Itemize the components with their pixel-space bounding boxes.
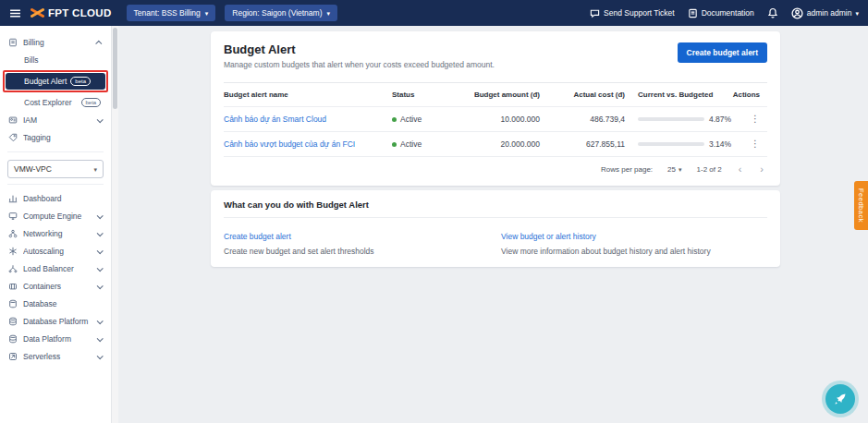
sidebar-item-containers[interactable]: Containers: [0, 278, 111, 295]
chevron-down-icon: ▾: [679, 166, 682, 173]
sidebar-divider: [7, 184, 104, 185]
support-ticket-icon: [590, 8, 600, 18]
beta-badge: beta: [81, 98, 102, 107]
chevron-down-icon: [97, 353, 104, 359]
autoscaling-icon: [7, 247, 18, 256]
status-label: Active: [400, 139, 422, 149]
feedback-tab[interactable]: Feedback: [854, 181, 868, 230]
chevron-down-icon: ▾: [93, 166, 97, 173]
scrollbar-thumb[interactable]: [113, 28, 117, 109]
region-label: Region: Saigon (Vietnam): [232, 8, 322, 18]
beta-badge: beta: [70, 77, 91, 86]
table-header-row: Budget alert name Status Budget amount (…: [224, 82, 767, 107]
rocket-icon: [833, 392, 848, 406]
hamburger-menu-icon[interactable]: [9, 7, 21, 19]
sidebar-item-label: Compute Engine: [23, 212, 92, 221]
create-budget-alert-button[interactable]: Create budget alert: [678, 42, 767, 63]
sidebar-item-cost-explorer[interactable]: Cost Explorer beta: [0, 94, 111, 111]
sidebar-item-data-platform[interactable]: Data Platform: [0, 331, 111, 347]
load-balancer-icon: [7, 264, 18, 273]
notifications-bell-icon[interactable]: [767, 7, 778, 18]
budget-alert-card: Budget Alert Manage custom budgets that …: [211, 31, 780, 186]
rows-per-page-value: 25: [667, 165, 676, 174]
documentation-label: Documentation: [702, 8, 754, 18]
user-menu[interactable]: admin admin ▾: [791, 7, 859, 19]
help-card: What can you do with Budget Alert Create…: [211, 190, 780, 267]
vpc-select[interactable]: VMW-VPC ▾: [7, 160, 104, 178]
help-title: What can you do with Budget Alert: [224, 199, 767, 218]
sidebar-item-compute-engine[interactable]: Compute Engine: [0, 208, 111, 224]
budget-alert-link[interactable]: Cảnh báo dự án Smart Cloud: [224, 115, 326, 124]
sidebar-item-dashboard[interactable]: Dashboard: [0, 190, 111, 207]
sidebar-item-bills[interactable]: Bills: [0, 52, 111, 68]
sidebar-item-autoscaling[interactable]: Autoscaling: [0, 243, 111, 260]
main-content: Budget Alert Manage custom budgets that …: [118, 26, 868, 423]
tenant-selector[interactable]: Tenant: BSS Billing ▾: [127, 5, 216, 21]
sidebar-item-billing[interactable]: Billing: [0, 34, 111, 51]
user-avatar-icon: [791, 7, 803, 19]
sidebar-item-label: Tagging: [23, 133, 104, 142]
help-description: View more information about budget histo…: [501, 247, 767, 256]
chevron-down-icon: ▾: [205, 10, 209, 17]
column-header-actual: Actual cost (đ): [540, 83, 625, 106]
chevron-down-icon: ▾: [327, 10, 331, 17]
iam-icon: [7, 115, 18, 125]
chevron-up-icon: [95, 40, 102, 46]
chevron-down-icon: [97, 335, 104, 342]
send-support-ticket-button[interactable]: Send Support Ticket: [590, 8, 675, 18]
row-actions-kebab-icon[interactable]: ⋮: [751, 139, 760, 149]
actual-cost: 486.739,4: [540, 107, 625, 131]
topbar: FPT CLOUD Tenant: BSS Billing ▾ Region: …: [0, 0, 868, 26]
view-budget-history-link[interactable]: View budget or alert history: [501, 232, 596, 241]
column-header-name: Budget alert name: [224, 83, 392, 106]
database-platform-icon: [7, 317, 18, 326]
previous-page-button[interactable]: ‹: [737, 164, 744, 175]
chevron-down-icon: [97, 230, 104, 236]
documentation-icon: [688, 8, 698, 18]
chevron-down-icon: [97, 265, 104, 272]
status-active-dot: [392, 117, 397, 122]
page-title: Budget Alert: [224, 42, 495, 56]
budget-alert-table: Budget alert name Status Budget amount (…: [224, 82, 767, 157]
status-label: Active: [400, 115, 422, 124]
next-page-button[interactable]: ›: [758, 164, 765, 175]
budget-amount: 20.000.000: [457, 132, 540, 156]
column-header-status: Status: [392, 83, 457, 106]
sidebar-item-database-platform[interactable]: Database Platform: [0, 313, 111, 330]
dashboard-icon: [7, 194, 18, 203]
region-selector[interactable]: Region: Saigon (Vietnam) ▾: [225, 5, 337, 21]
sidebar-item-serverless[interactable]: Serverless: [0, 348, 111, 365]
sidebar: Billing Bills Budget Alert beta Cost Exp…: [0, 26, 112, 423]
support-label: Send Support Ticket: [604, 8, 675, 18]
networking-icon: [7, 229, 18, 238]
row-actions-kebab-icon[interactable]: ⋮: [751, 114, 760, 124]
sidebar-item-label: Serverless: [23, 352, 92, 361]
fpt-logo-mark: [31, 7, 44, 18]
billing-icon: [7, 38, 18, 47]
serverless-icon: [7, 352, 18, 361]
support-chat-button[interactable]: [825, 384, 855, 414]
sidebar-item-budget-alert[interactable]: Budget Alert beta: [6, 73, 105, 90]
chevron-down-icon: [97, 318, 104, 324]
tagging-icon: [7, 133, 18, 142]
rows-per-page-select[interactable]: 25 ▾: [667, 165, 681, 174]
sidebar-item-label: IAM: [23, 115, 92, 125]
status-active-dot: [392, 142, 397, 147]
documentation-button[interactable]: Documentation: [688, 8, 754, 18]
sidebar-item-database[interactable]: Database: [0, 296, 111, 312]
scrollbar-track: [112, 26, 118, 423]
tenant-label: Tenant: BSS Billing: [134, 8, 201, 18]
budget-alert-link[interactable]: Cảnh báo vượt budget của dự án FCI: [224, 139, 355, 149]
sidebar-item-tagging[interactable]: Tagging: [0, 129, 111, 146]
progress-bar-track: [638, 142, 704, 146]
chevron-down-icon: [97, 212, 104, 219]
sidebar-item-networking[interactable]: Networking: [0, 225, 111, 242]
sidebar-item-label: Data Platform: [23, 334, 92, 344]
sidebar-item-load-balancer[interactable]: Load Balancer: [0, 260, 111, 277]
budget-amount: 10.000.000: [457, 107, 540, 131]
sidebar-item-label: Database Platform: [23, 317, 92, 326]
create-budget-alert-link[interactable]: Create budget alert: [224, 232, 291, 241]
help-description: Create new budget and set alert threshol…: [224, 247, 501, 256]
annotation-highlight-box: Budget Alert beta: [3, 70, 108, 92]
sidebar-item-iam[interactable]: IAM: [0, 112, 111, 128]
